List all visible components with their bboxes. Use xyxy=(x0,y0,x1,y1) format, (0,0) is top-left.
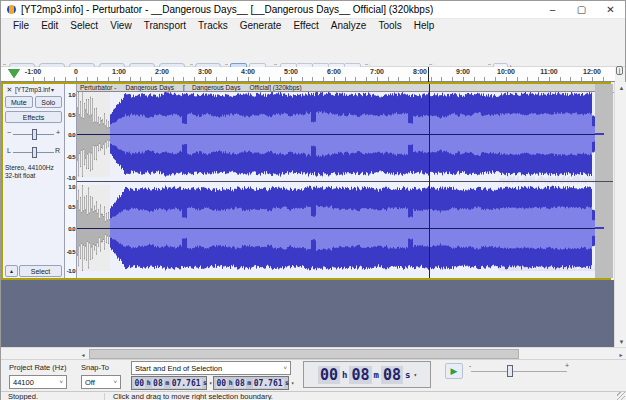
play-speed-slider[interactable]: - + xyxy=(469,365,569,377)
ruler-label: -1.0 xyxy=(67,268,75,274)
track-area-background xyxy=(1,280,614,347)
track-select-button[interactable]: Select xyxy=(19,265,62,277)
horizontal-scrollbar[interactable]: ◂ ▸ xyxy=(1,347,626,359)
vertical-scrollbar[interactable]: ▲ ▼ xyxy=(614,82,626,348)
timeline-ticks xyxy=(33,77,609,81)
timeline-label: 2:00 xyxy=(155,68,169,75)
audacity-window: [YT2mp3.info] - Perturbator - __Dangerou… xyxy=(0,0,626,400)
ruler-label: 0.5 xyxy=(68,112,75,118)
track-control-panel: ✕ [YT2mp3.inf▾ Mute Solo Effects − + L R xyxy=(3,84,65,278)
toolbar-dock: ▮▮ ▶ ■ ▮◀ ▶▮ ● ↻ I ∿ ✏ ✳ ⊕ ⊖ ⊙ ⊚ ⊘ ⊟ ⊞ ↶… xyxy=(1,31,625,67)
timeline-label: 11:00 xyxy=(540,68,558,75)
gain-minus-label: − xyxy=(7,129,11,136)
play-region-pin-icon[interactable] xyxy=(8,69,20,78)
status-bar: Stopped. Click and drag to move right se… xyxy=(1,391,626,400)
menu-help[interactable]: Help xyxy=(408,20,441,31)
selection-mode-select[interactable]: Start and End of Selection˅ xyxy=(131,361,291,375)
selection-end-field[interactable]: 00h 08m 07.761s ▾ xyxy=(213,376,289,390)
menu-tools[interactable]: Tools xyxy=(372,20,407,31)
dropdown-icon: ▾ xyxy=(51,86,54,93)
menu-file[interactable]: File xyxy=(7,20,35,31)
play-speed-thumb[interactable] xyxy=(507,365,513,377)
timeline-label: 6:00 xyxy=(327,68,341,75)
pan-left-label: L xyxy=(7,147,11,154)
dropdown-icon: ▾ xyxy=(209,380,212,386)
ruler-label: 0.0 xyxy=(68,226,75,232)
amplitude-ruler[interactable]: 1.0 0.5 0.0 -0.5 -1.0 1.0 0.5 0.0 -0.5 -… xyxy=(65,84,77,278)
collapse-track-button[interactable]: ▲ xyxy=(5,265,18,277)
audio-position-display[interactable]: 00h 08m 08s ▾ xyxy=(303,361,431,388)
timeline-label: 9:00 xyxy=(456,68,470,75)
track-format-line2: 32-bit float xyxy=(5,172,54,180)
gain-slider[interactable]: − + xyxy=(7,127,60,141)
ruler-label: -0.5 xyxy=(67,154,75,160)
menu-edit[interactable]: Edit xyxy=(35,20,64,31)
ruler-label: 1.0 xyxy=(68,184,75,190)
ruler-label: 1.0 xyxy=(68,92,75,98)
menu-view[interactable]: View xyxy=(104,20,138,31)
ruler-label: -1.0 xyxy=(67,175,75,181)
horizontal-scroll-thumb[interactable] xyxy=(89,349,519,359)
timeline-label: 5:00 xyxy=(284,68,298,75)
track-close-icon[interactable]: ✕ xyxy=(5,85,14,94)
ruler-label: -0.5 xyxy=(67,249,75,255)
menu-analyze[interactable]: Analyze xyxy=(325,20,373,31)
snap-to-label: Snap-To xyxy=(81,363,109,372)
menu-tracks[interactable]: Tracks xyxy=(192,20,234,31)
menu-bar: File Edit Select View Transport Tracks G… xyxy=(1,19,625,31)
dropdown-icon: ▾ xyxy=(413,371,417,378)
menu-transport[interactable]: Transport xyxy=(138,20,192,31)
pan-right-label: R xyxy=(55,147,60,154)
menu-generate[interactable]: Generate xyxy=(234,20,288,31)
title-bar: [YT2mp3.info] - Perturbator - __Dangerou… xyxy=(1,1,625,19)
stereo-waveform-canvas[interactable] xyxy=(77,92,613,278)
status-message: Click and drag to move right selection b… xyxy=(113,392,273,400)
track-format-line1: Stereo, 44100Hz xyxy=(5,164,54,172)
dropdown-icon: ▾ xyxy=(291,380,294,386)
timeline-label: 10:00 xyxy=(497,68,515,75)
timeline-label: 1:00 xyxy=(112,68,126,75)
meter-clip-indicator: ❘ xyxy=(616,66,623,75)
resize-grip[interactable] xyxy=(617,392,625,400)
timeline-label: 8:00 xyxy=(413,68,427,75)
window-title: [YT2mp3.info] - Perturbator - __Dangerou… xyxy=(21,4,433,15)
scroll-up-icon[interactable]: ▲ xyxy=(615,82,626,94)
timeline-ruler[interactable]: -1:00 0 1:00 2:00 3:00 4:00 5:00 6:00 7:… xyxy=(1,67,615,82)
timeline-label: -1:00 xyxy=(25,68,41,75)
playback-state: Stopped. xyxy=(8,392,38,400)
ruler-label: 0.0 xyxy=(68,132,75,138)
ruler-label: 0.5 xyxy=(68,204,75,210)
edit-cursor xyxy=(429,84,430,278)
timeline-label: 4:00 xyxy=(241,68,255,75)
timeline-label: 7:00 xyxy=(370,68,384,75)
minimize-button[interactable]: – xyxy=(538,1,567,19)
play-at-speed-button[interactable]: ▶ xyxy=(445,363,463,379)
timeline-label: 12:00 xyxy=(583,68,601,75)
mute-button[interactable]: Mute xyxy=(5,96,33,108)
menu-select[interactable]: Select xyxy=(64,20,104,31)
waveform-view[interactable]: Perturbator - __Dangerous Days__ [__Dang… xyxy=(77,84,613,278)
clip-title[interactable]: Perturbator - __Dangerous Days__ [__Dang… xyxy=(77,84,595,92)
effects-button[interactable]: Effects xyxy=(5,111,62,123)
playhead-marker xyxy=(428,67,429,82)
selection-start-field[interactable]: 00h 08m 07.761s ▾ xyxy=(131,376,207,390)
timeline-label: 3:00 xyxy=(198,68,212,75)
menu-effect[interactable]: Effect xyxy=(287,20,324,31)
maximize-button[interactable]: ▢ xyxy=(567,1,596,19)
project-rate-select[interactable]: 44100˅ xyxy=(9,375,67,389)
project-rate-label: Project Rate (Hz) xyxy=(9,363,67,372)
pan-slider-thumb[interactable] xyxy=(32,147,37,158)
gain-plus-label: + xyxy=(56,129,60,136)
timeline-label: 0 xyxy=(74,68,78,75)
pan-slider[interactable]: L R xyxy=(7,145,60,159)
audacity-logo-icon xyxy=(7,5,16,14)
track-name-menu[interactable]: [YT2mp3.inf▾ xyxy=(15,85,62,94)
audio-track: ✕ [YT2mp3.inf▾ Mute Solo Effects − + L R xyxy=(1,82,611,280)
solo-button[interactable]: Solo xyxy=(35,96,63,108)
selection-toolbar: Project Rate (Hz) 44100˅ Snap-To Off˅ St… xyxy=(1,359,626,391)
snap-to-select[interactable]: Off˅ xyxy=(81,375,121,389)
close-button[interactable]: ✕ xyxy=(596,1,625,19)
gain-slider-thumb[interactable] xyxy=(32,129,37,140)
